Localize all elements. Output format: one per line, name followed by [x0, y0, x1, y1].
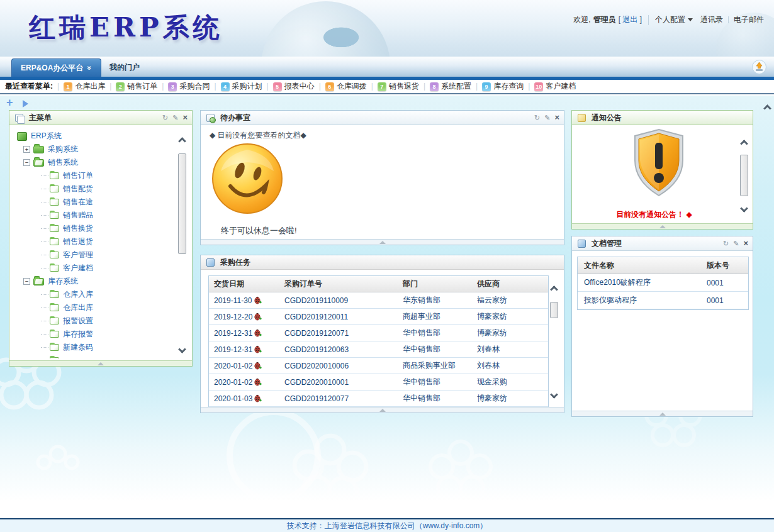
tree-leaf-item[interactable]: 销售赠品 — [17, 209, 171, 222]
delivery-date-cell: 2020-01-03 — [209, 394, 279, 403]
table-row[interactable]: 2019-12-31CGDD2019120071华中销售部博豪家纺 — [209, 325, 548, 341]
recent-menu-item[interactable]: 5报表中心 — [273, 81, 315, 92]
department-cell: 商品采购事业部 — [398, 360, 472, 371]
close-icon[interactable] — [182, 114, 188, 121]
purchase-table-body: 2019-11-30CGDD2019110009华东销售部福云家纺2019-12… — [209, 292, 548, 409]
panel-resize-strip[interactable] — [201, 407, 564, 413]
recent-menu-item[interactable]: 10客户建档 — [534, 81, 576, 92]
tree-leaf-item[interactable]: 库存报警 — [17, 328, 171, 341]
refresh-icon[interactable] — [723, 240, 729, 247]
table-row[interactable]: 2019-12-31CGDD2019120063华中销售部刘春林 — [209, 341, 548, 358]
todo-panel-header[interactable]: 待办事宜 — [201, 111, 564, 125]
panel-resize-strip[interactable] — [572, 411, 753, 416]
tree-leaf-item[interactable]: 客户建档 — [17, 262, 171, 275]
tree-leaf-item[interactable]: 仓库入库 — [17, 288, 171, 301]
recent-menu-item[interactable]: 9库存查询 — [482, 81, 524, 92]
add-portlet-button[interactable] — [6, 97, 13, 108]
tree-root-item[interactable]: ERP系统 — [17, 130, 171, 143]
scroll-down-arrow[interactable] — [740, 204, 748, 213]
tree-leaf-item[interactable]: 销售退货 — [17, 235, 171, 248]
scroll-down-arrow[interactable] — [178, 345, 186, 353]
tree-toggle[interactable]: − — [23, 159, 30, 166]
tree-guide-line — [41, 202, 48, 202]
recent-menu-item[interactable]: 3采购合同 — [168, 81, 210, 92]
tree-guide-line — [41, 268, 48, 269]
tree-leaf-item[interactable]: 仓库出库 — [17, 301, 171, 314]
panel-resize-strip[interactable] — [572, 223, 753, 229]
table-row[interactable]: 2020-01-02CGDD2020010006商品采购事业部刘春林 — [209, 358, 548, 374]
scrollbar-thumb[interactable] — [740, 155, 748, 196]
tree-item-label: 销售系统 — [48, 157, 78, 168]
tree-scrollbar — [177, 133, 188, 355]
edit-icon[interactable] — [544, 114, 550, 121]
system-cube-icon — [17, 132, 27, 141]
edit-icon[interactable] — [733, 240, 739, 247]
tree-leaf-item[interactable]: 销售在途 — [17, 196, 171, 209]
recent-menu-item-label: 库存查询 — [493, 81, 524, 92]
recent-menu-item[interactable]: 2销售订单 — [116, 81, 157, 92]
table-row[interactable]: 2019-11-30CGDD2019110009华东销售部福云家纺 — [209, 292, 548, 309]
panel-resize-strip[interactable] — [9, 360, 192, 366]
table-row[interactable]: 2020-01-03CGDD2019120077华中销售部博豪家纺 — [209, 391, 548, 407]
main-menu-panel-header[interactable]: 主菜单 — [9, 111, 192, 125]
contacts-link[interactable]: 通讯录 — [700, 14, 723, 25]
document-icon — [50, 304, 59, 311]
tree-toggle[interactable]: + — [23, 146, 30, 153]
scroll-up-arrow[interactable] — [740, 140, 748, 148]
docs-panel-header[interactable]: 文档管理 — [572, 236, 753, 251]
tree-item-label: 销售订单 — [63, 170, 93, 181]
tab-erp-oa-platform[interactable]: ERP&OA办公平台 — [11, 58, 101, 77]
tree-toggle[interactable]: − — [23, 278, 30, 285]
notice-panel-header[interactable]: 通知公告 — [572, 111, 753, 125]
recent-menu-item[interactable]: 4采购计划 — [221, 81, 262, 92]
purchase-panel-header[interactable]: 采购任务 — [201, 255, 564, 270]
tree-leaf-item[interactable]: 新建条码 — [17, 341, 171, 354]
scroll-up-arrow[interactable] — [550, 285, 558, 294]
recent-menu-item[interactable]: 8系统配置 — [430, 81, 471, 92]
table-row[interactable]: 投影仪驱动程序0001 — [578, 292, 748, 309]
email-link[interactable]: 电子邮件 — [734, 14, 764, 25]
collapse-banner-button[interactable] — [752, 60, 766, 74]
scroll-down-arrow[interactable] — [550, 391, 558, 399]
close-icon[interactable] — [743, 240, 748, 247]
page-scroll-up-arrow[interactable] — [763, 104, 771, 113]
tree-node-item[interactable]: −销售系统 — [17, 156, 171, 169]
recent-menu-item[interactable]: 1仓库出库 — [64, 81, 105, 92]
tab-my-portal[interactable]: 我的门户 — [99, 58, 150, 77]
recent-menu-item-label: 销售订单 — [127, 81, 157, 92]
recent-menu-item[interactable]: 6仓库调拨 — [325, 81, 367, 92]
scrollbar-thumb[interactable] — [178, 153, 186, 254]
scroll-up-arrow[interactable] — [178, 137, 186, 145]
tree-leaf-item[interactable]: 客户管理 — [17, 248, 171, 262]
document-icon — [50, 291, 59, 298]
document-icon — [50, 265, 59, 272]
tree-node-item[interactable]: +采购系统 — [17, 143, 171, 156]
personal-config-link[interactable]: 个人配置 — [655, 14, 693, 25]
table-row[interactable]: 2020-01-02CGDD2020010001华中销售部现金采购 — [209, 374, 548, 391]
logout-link[interactable]: 退出 — [619, 14, 642, 25]
scrollbar-thumb[interactable] — [550, 302, 558, 318]
panel-resize-strip[interactable] — [201, 239, 564, 245]
table-row[interactable]: 2019-12-20CGDD2019120011商超事业部博豪家纺 — [209, 309, 548, 325]
delivery-date-cell: 2019-12-31 — [209, 329, 279, 338]
tree-leaf-item-clipped[interactable] — [17, 354, 171, 358]
delivery-date-cell: 2019-12-31 — [209, 345, 279, 354]
next-page-arrow-button[interactable] — [23, 100, 28, 108]
numbered-badge-icon: 2 — [116, 82, 125, 91]
tree-guide-line — [41, 294, 48, 295]
department-cell: 华中销售部 — [398, 328, 472, 338]
divider: | — [57, 82, 59, 91]
refresh-icon[interactable] — [534, 114, 540, 121]
refresh-icon[interactable] — [162, 114, 168, 121]
edit-icon[interactable] — [172, 114, 178, 121]
recent-menu-item[interactable]: 7销售退货 — [378, 81, 419, 92]
close-icon[interactable] — [554, 114, 559, 121]
tree-leaf-item[interactable]: 销售换货 — [17, 222, 171, 235]
table-row[interactable]: Office2010破解程序0001 — [578, 274, 748, 292]
tree-leaf-item[interactable]: 销售订单 — [17, 169, 171, 182]
tree-guide-line — [41, 215, 48, 216]
tree-leaf-item[interactable]: 报警设置 — [17, 314, 171, 328]
document-icon — [50, 225, 59, 232]
tree-leaf-item[interactable]: 销售配货 — [17, 182, 171, 196]
tree-node-item[interactable]: −库存系统 — [17, 275, 171, 288]
